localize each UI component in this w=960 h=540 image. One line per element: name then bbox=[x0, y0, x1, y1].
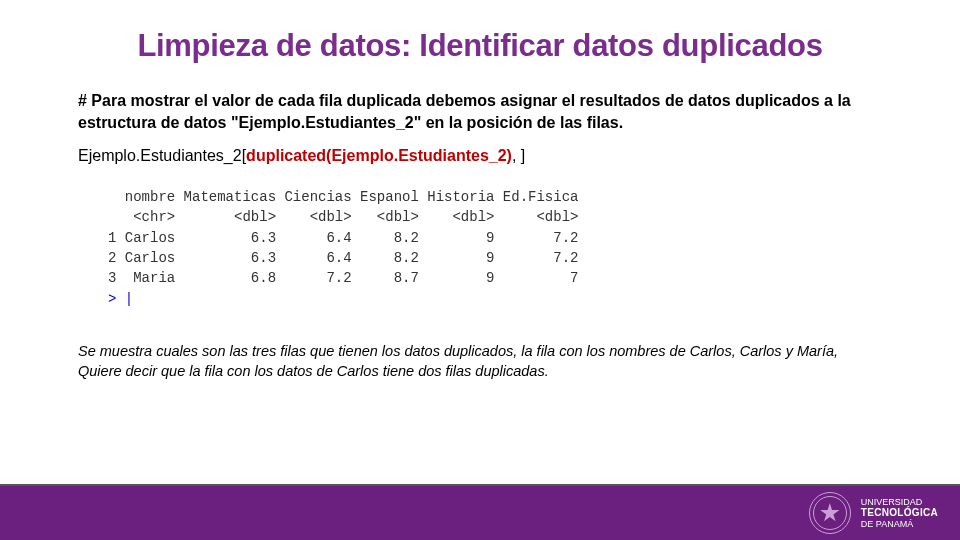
explanation-paragraph: Se muestra cuales son las tres filas que… bbox=[78, 341, 882, 382]
console-data-row: 1 Carlos 6.3 6.4 8.2 9 7.2 bbox=[108, 230, 578, 246]
console-output: nombre Matematicas Ciencias Espanol Hist… bbox=[88, 177, 778, 319]
console-header-row: nombre Matematicas Ciencias Espanol Hist… bbox=[108, 189, 578, 205]
slide-title: Limpieza de datos: Identificar datos dup… bbox=[0, 28, 960, 64]
uni-line1: UNIVERSIDAD bbox=[861, 497, 938, 507]
logo-text: UNIVERSIDAD TECNOLÓGICA DE PANAMÁ bbox=[861, 497, 938, 529]
gear-icon bbox=[820, 503, 840, 523]
footer-bar: UNIVERSIDAD TECNOLÓGICA DE PANAMÁ bbox=[0, 484, 960, 540]
footer-divider bbox=[0, 484, 960, 486]
university-logo: UNIVERSIDAD TECNOLÓGICA DE PANAMÁ bbox=[809, 492, 938, 534]
console-types-row: <chr> <dbl> <dbl> <dbl> <dbl> <dbl> bbox=[108, 209, 578, 225]
uni-line3: DE PANAMÁ bbox=[861, 519, 938, 529]
uni-line2: TECNOLÓGICA bbox=[861, 507, 938, 519]
code-example: Ejemplo.Estudiantes_2[duplicated(Ejemplo… bbox=[78, 147, 882, 165]
console-prompt: > | bbox=[108, 291, 133, 307]
code-highlight: duplicated(Ejemplo.Estudiantes_2) bbox=[246, 147, 512, 164]
code-prefix: Ejemplo.Estudiantes_2[ bbox=[78, 147, 246, 164]
content-area: # Para mostrar el valor de cada fila dup… bbox=[0, 90, 960, 382]
console-data-row: 2 Carlos 6.3 6.4 8.2 9 7.2 bbox=[108, 250, 578, 266]
logo-icon bbox=[809, 492, 851, 534]
console-data-row: 3 Maria 6.8 7.2 8.7 9 7 bbox=[108, 270, 578, 286]
intro-paragraph: # Para mostrar el valor de cada fila dup… bbox=[78, 90, 882, 133]
code-suffix: , ] bbox=[512, 147, 525, 164]
